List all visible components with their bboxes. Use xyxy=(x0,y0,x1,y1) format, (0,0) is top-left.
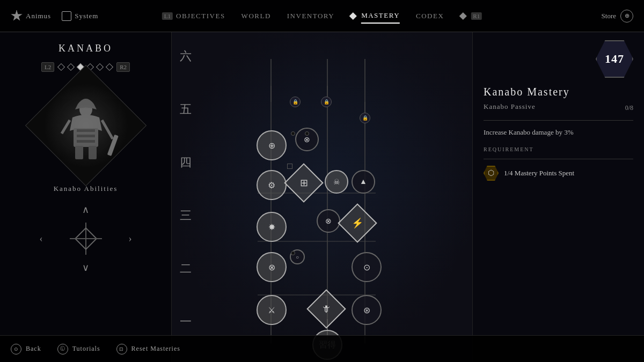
skill-tree: 六 五 四 三 二 一 習得 ⚔ 🗡 xyxy=(172,32,472,362)
mastery-description: Increase Kanabo damage by 3% xyxy=(484,127,633,138)
svg-line-4 xyxy=(102,120,113,139)
system-label: System xyxy=(75,12,98,20)
nav-center: L1 Objectives World Inventory Mastery Co… xyxy=(162,9,482,24)
divider-1 xyxy=(484,120,633,121)
skill-node-3-2[interactable]: ⊗ xyxy=(317,209,340,233)
nav-right: Store ⊕ xyxy=(602,10,633,23)
top-navigation: Animus System L1 Objectives World Invent… xyxy=(0,0,644,32)
mastery-title: Kanabo Mastery xyxy=(484,86,633,98)
mastery-progress-row: Kanabo Passive 0/8 xyxy=(484,102,633,114)
node-3-1-circle: ✸ xyxy=(257,212,287,242)
node-3-3-diamond: ⚡ xyxy=(338,203,377,243)
diamond-1 xyxy=(57,63,65,71)
skill-node-3-1[interactable]: ✸ xyxy=(257,212,287,242)
animus-label: Animus xyxy=(26,12,51,20)
mastery-points-container: 147 xyxy=(596,40,633,78)
back-button-icon: ⊙ xyxy=(11,344,21,354)
skill-node-3-3[interactable]: ⚡ xyxy=(343,209,371,237)
requirement-item: ⬡ 1/4 Mastery Points Spent xyxy=(484,166,633,181)
tutorials-button-icon: Ⓛ xyxy=(57,344,68,354)
skill-node-4-3[interactable]: ☠ xyxy=(325,170,348,194)
svg-rect-7 xyxy=(77,129,95,132)
mastery-points-hexagon: 147 xyxy=(596,40,633,78)
skill-node-4-2[interactable]: ⊞ xyxy=(290,169,318,197)
mastery-points-value: 147 xyxy=(605,52,624,66)
requirement-label: REQUIREMENT xyxy=(484,146,633,152)
diamond-2 xyxy=(67,63,75,71)
tab-inventory[interactable]: Inventory xyxy=(287,9,334,23)
nav-left-arrow[interactable]: ‹ xyxy=(40,233,43,245)
svg-line-6 xyxy=(62,120,70,134)
node-4-1-circle: ⚙ xyxy=(257,170,287,200)
reset-button-icon: ⊡ xyxy=(116,344,127,354)
nav-up-arrow[interactable]: ∧ xyxy=(82,204,89,216)
node-3-2-circle: ⊗ xyxy=(317,209,340,233)
reset-button[interactable]: ⊡ Reset Masteries xyxy=(116,344,180,354)
node-4-4-circle: ▲ xyxy=(352,170,375,194)
skill-node-2-3[interactable]: ⊙ xyxy=(352,252,382,282)
skill-node-2-1[interactable]: ⊗ xyxy=(257,252,287,282)
panel-title: KANABO xyxy=(58,43,113,54)
back-button[interactable]: ⊙ Back xyxy=(11,344,41,354)
skill-node-lock-3: 🔒 xyxy=(360,113,370,123)
tab-mastery[interactable]: Mastery xyxy=(361,9,400,24)
node-2-1-circle: ⊗ xyxy=(257,252,287,282)
animus-nav[interactable]: Animus xyxy=(11,10,51,22)
nav-left: Animus System xyxy=(11,10,98,22)
skill-node-4-4[interactable]: ▲ xyxy=(352,170,375,194)
mastery-progress: 0/8 xyxy=(625,104,633,112)
nav-tab-right-icon-wrap: R1 xyxy=(460,12,482,20)
character-portrait xyxy=(25,65,146,186)
skill-node-lock-1: 🔒 xyxy=(290,97,301,107)
weapon-nav: ∧ ‹ › ∨ xyxy=(40,204,132,274)
l2-button[interactable]: L2 xyxy=(41,62,54,72)
node-1-3-circle: ⊛ xyxy=(352,295,382,325)
skill-node-1-2[interactable]: 🗡 xyxy=(312,295,340,323)
node-5-1-circle: ⊕ xyxy=(257,130,287,160)
requirement-text: 1/4 Mastery Points Spent xyxy=(504,169,574,178)
tutorials-button[interactable]: Ⓛ Tutorials xyxy=(57,344,100,354)
skill-node-4-1[interactable]: ⚙ xyxy=(257,170,287,200)
reset-button-label: Reset Masteries xyxy=(131,345,180,353)
divider-2 xyxy=(484,159,633,159)
store-label[interactable]: Store xyxy=(602,12,616,20)
mastery-diamond-icon xyxy=(349,12,357,19)
horizontal-nav: ‹ › xyxy=(40,220,132,257)
small-dot-1 xyxy=(291,131,295,136)
right-panel: 147 Kanabo Mastery Kanabo Passive 0/8 In… xyxy=(472,32,644,362)
small-dot-3 xyxy=(305,131,309,136)
nav-tab-mastery-wrap: Mastery xyxy=(350,9,400,24)
animus-icon xyxy=(11,10,23,22)
r2-button[interactable]: R2 xyxy=(116,62,130,72)
store-icon[interactable]: ⊕ xyxy=(620,10,633,23)
tab-objectives[interactable]: Objectives xyxy=(176,9,225,23)
nav-tab-objectives-wrap: L1 Objectives xyxy=(162,9,225,23)
small-dot-2 xyxy=(291,251,295,255)
node-1-1-circle: ⚔ xyxy=(257,295,287,325)
diamond-5 xyxy=(96,63,104,71)
tab-codex[interactable]: Codex xyxy=(416,9,444,23)
bottom-bar: ⊙ Back Ⓛ Tutorials ⊡ Reset Masteries xyxy=(0,335,644,362)
node-1-2-diamond: 🗡 xyxy=(306,289,346,329)
system-nav[interactable]: System xyxy=(62,11,98,21)
crosshair-diamond xyxy=(74,227,97,250)
skill-node-5-1[interactable]: ⊕ xyxy=(257,130,287,160)
skill-node-1-1[interactable]: ⚔ xyxy=(257,295,287,325)
system-icon xyxy=(62,11,71,21)
skill-node-1-3[interactable]: ⊛ xyxy=(352,295,382,325)
tab-world[interactable]: World xyxy=(241,9,271,23)
svg-rect-3 xyxy=(89,146,97,159)
mastery-info: Kanabo Mastery Kanabo Passive 0/8 Increa… xyxy=(484,86,633,181)
nav-right-arrow[interactable]: › xyxy=(129,233,132,245)
node-4-2-diamond: ⊞ xyxy=(284,163,324,203)
node-4-3-circle: ☠ xyxy=(325,170,348,194)
nav-down-arrow[interactable]: ∨ xyxy=(82,262,89,274)
right-diamond-icon xyxy=(459,12,466,19)
back-button-label: Back xyxy=(26,345,41,353)
mastery-subtitle: Kanabo Passive xyxy=(484,102,536,111)
svg-rect-8 xyxy=(77,135,95,137)
requirement-icon: ⬡ xyxy=(484,166,499,181)
diamond-6 xyxy=(106,63,113,71)
crosshair xyxy=(70,223,102,255)
left-panel: KANABO L2 R2 xyxy=(0,32,172,362)
